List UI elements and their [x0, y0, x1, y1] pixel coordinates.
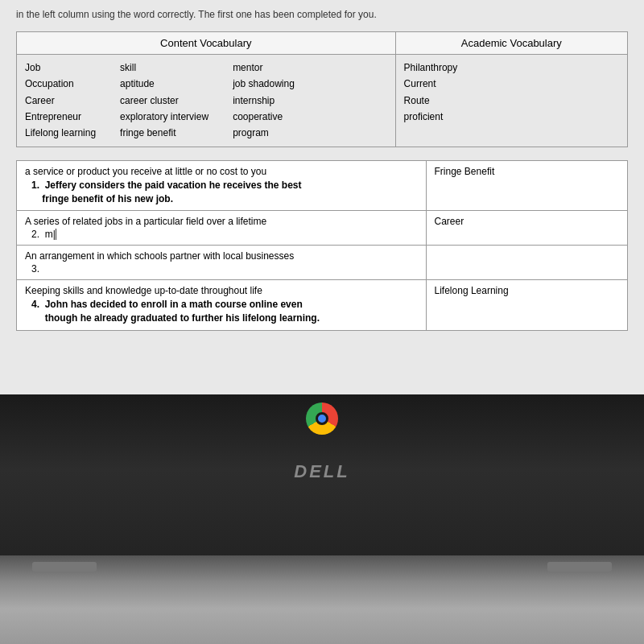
vocab-word: cooperative	[233, 109, 295, 125]
dell-text: DELL	[294, 461, 349, 481]
definition-cell: A series of related jobs in a particular…	[17, 211, 427, 246]
vocab-word: internship	[233, 93, 295, 109]
base-button-right	[547, 562, 612, 572]
vocab-word: proficient	[404, 109, 619, 125]
vocab-word: aptitude	[120, 76, 208, 92]
definition-cell: An arrangement in which schools partner …	[17, 246, 427, 280]
vocab-word: exploratory interview	[120, 109, 208, 125]
vocab-word: program	[233, 125, 295, 141]
content-vocab-cell: Job Occupation Career Entrepreneur Lifel…	[17, 54, 396, 147]
base-button-left	[32, 562, 97, 572]
answer-cell: Fringe Benefit	[426, 160, 627, 211]
table-row: a service or product you receive at litt…	[17, 160, 628, 211]
chrome-inner	[316, 412, 328, 425]
laptop-bezel: DELL	[0, 394, 644, 644]
laptop-base	[0, 555, 644, 644]
example-text: 1. Jeffery considers the paid vacation h…	[31, 179, 418, 206]
exercise-number: 3.	[31, 263, 418, 275]
answer-word: Fringe Benefit	[435, 166, 495, 177]
academic-vocab-cell: Philanthropy Current Route proficient	[395, 54, 627, 147]
answer-word: Career	[435, 216, 464, 227]
definition-text: An arrangement in which schools partner …	[25, 250, 418, 262]
definition-cell: Keeping skills and knowledge up-to-date …	[17, 280, 427, 331]
vocab-col-1: Job Occupation Career Entrepreneur Lifel…	[25, 60, 96, 142]
academic-vocab-col: Philanthropy Current Route proficient	[404, 60, 619, 126]
content-vocab-header: Content Vocabulary	[17, 31, 396, 54]
exercise-number: 2. m|	[31, 229, 418, 240]
definition-text: A series of related jobs in a particular…	[25, 216, 418, 227]
chrome-icon	[306, 402, 338, 435]
answer-cell	[426, 246, 627, 280]
table-row: An arrangement in which schools partner …	[17, 246, 628, 280]
answer-cell: Career	[426, 211, 627, 246]
vocab-word: Lifelong learning	[25, 125, 96, 141]
vocab-word: Current	[404, 76, 619, 92]
vocab-word: fringe benefit	[120, 125, 208, 141]
dell-logo: DELL	[294, 457, 349, 483]
vocab-col-2: skill aptitude career cluster explorator…	[120, 60, 208, 142]
chrome-outer	[306, 402, 338, 435]
table-row: Keeping skills and knowledge up-to-date …	[17, 280, 628, 331]
answer-word: Lifelong Learning	[435, 285, 509, 296]
definition-text: a service or product you receive at litt…	[25, 166, 418, 177]
example-text: 4. John has decided to enroll in a math …	[31, 298, 418, 325]
vocab-words: Job Occupation Career Entrepreneur Lifel…	[25, 60, 387, 142]
definition-text: Keeping skills and knowledge up-to-date …	[25, 285, 418, 296]
answer-cell: Lifelong Learning	[426, 280, 627, 331]
vocab-word: Entrepreneur	[25, 109, 96, 125]
vocab-word: mentor	[233, 60, 295, 76]
definition-cell: a service or product you receive at litt…	[17, 160, 427, 211]
academic-vocab-header: Academic Vocabulary	[395, 31, 627, 54]
screen-area: in the left column using the word correc…	[0, 0, 644, 394]
vocab-word: Route	[404, 93, 619, 109]
exercise-table: a service or product you receive at litt…	[16, 160, 628, 331]
instruction-text: in the left column using the word correc…	[16, 8, 628, 22]
vocab-word: skill	[120, 60, 208, 76]
vocab-word: job shadowing	[233, 76, 295, 92]
vocab-word: Philanthropy	[404, 60, 619, 76]
vocab-table: Content Vocabulary Academic Vocabulary J…	[16, 31, 628, 147]
table-row: A series of related jobs in a particular…	[17, 211, 628, 246]
vocab-word: Job	[25, 60, 96, 76]
vocab-word: career cluster	[120, 93, 208, 109]
vocab-word: Occupation	[25, 76, 96, 92]
vocab-word: Career	[25, 93, 96, 109]
vocab-col-3: mentor job shadowing internship cooperat…	[233, 60, 295, 142]
